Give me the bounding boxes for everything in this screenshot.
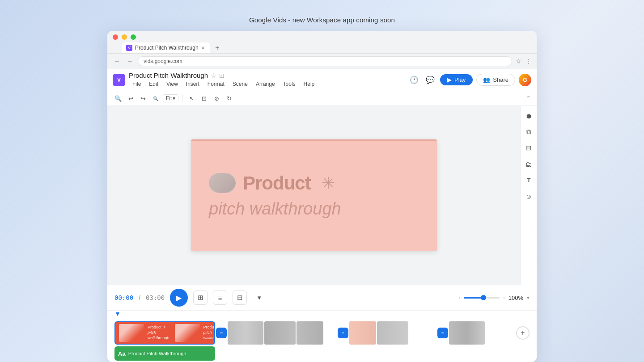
window-minimize-btn[interactable] [122, 34, 127, 40]
menu-arrange[interactable]: Arrange [252, 80, 279, 88]
zoom-percentage: 100% [508, 295, 523, 301]
subtitles-btn[interactable]: ⊟ [523, 142, 535, 154]
undo-btn[interactable]: ↩ [125, 93, 136, 104]
video-seg-5[interactable] [377, 321, 408, 345]
top-label: Google Vids - new Workspace app coming s… [249, 16, 395, 24]
video-segments-group-3 [449, 321, 514, 345]
playhead-arrow: ▼ [114, 311, 121, 317]
right-sidebar: ⏺ ⧉ ⊟ 🗂 T ☺ [521, 106, 537, 285]
timeline-play-btn[interactable]: ▶ [170, 289, 188, 307]
zoom-selector[interactable]: Fit ▾ [163, 94, 178, 102]
text-clip[interactable]: Aa Product Pitch Walkthrough [114, 346, 215, 361]
video-seg-4[interactable] [349, 321, 376, 345]
bookmark-icon[interactable]: ☆ [516, 58, 521, 65]
play-button[interactable]: ▶ Play [440, 74, 473, 85]
window-close-btn[interactable] [113, 34, 118, 40]
scene-icon-1[interactable]: ≡ [216, 328, 227, 338]
timeline-panel: 00:00 / 03:00 ▶ ⊞ ≡ ⊟ ▾ • • 100% [107, 285, 537, 362]
zoom-dropdown-arrow[interactable]: ▾ [527, 295, 530, 301]
menu-insert[interactable]: Insert [182, 80, 203, 88]
menu-tools[interactable]: Tools [280, 80, 299, 88]
menu-scene[interactable]: Scene [229, 80, 251, 88]
toolbar-collapse-btn[interactable]: ⌃ [525, 94, 531, 103]
slide-top-row: Product ✳ [209, 173, 341, 194]
new-tab-btn[interactable]: + [212, 42, 223, 53]
clip1-thumbnail [119, 324, 144, 342]
tab-label: Product Pitch Walkthrough [135, 45, 199, 51]
text-btn[interactable]: T [523, 174, 535, 186]
more-icon[interactable]: ⋮ [525, 58, 531, 65]
forward-btn[interactable]: → [125, 58, 134, 65]
current-time-display: 00:00 [114, 294, 133, 301]
menu-help[interactable]: Help [300, 80, 318, 88]
emoji-btn[interactable]: ☺ [523, 190, 535, 202]
video-seg-1[interactable] [228, 321, 263, 345]
add-clip-btn[interactable]: + [516, 326, 530, 340]
timeline-more-btn[interactable]: ▾ [252, 290, 267, 305]
clone-btn[interactable]: ⧉ [523, 126, 535, 138]
history-btn[interactable]: 🕐 [408, 74, 420, 86]
comments-btn[interactable]: 💬 [424, 74, 436, 86]
zoom-min-dot: • [459, 295, 461, 300]
timeline-controls-right: • • 100% ▾ [459, 295, 530, 301]
menu-edit[interactable]: Edit [145, 80, 162, 88]
user-avatar[interactable]: G [519, 74, 531, 86]
timeline-tracks: Product ✳ pitch walkthrough Product ✳ pi… [107, 318, 537, 362]
zoom-out-tool[interactable]: 🔍 [150, 93, 161, 104]
browser-window: V Product Pitch Walkthrough × + ← → vids… [107, 31, 537, 362]
app-menubar-right: 🕐 💬 ▶ Play 👥 Share G [408, 74, 531, 86]
address-bar[interactable]: vids.google.com [138, 56, 512, 66]
window-maximize-btn[interactable] [131, 34, 136, 40]
app-title-area: Product Pitch Walkthrough ☆ ⊡ File Edit … [129, 72, 318, 88]
menu-view[interactable]: View [163, 80, 182, 88]
clip2-text: Product ✳ pitch walkthrough [203, 325, 215, 341]
scene-separator-1: ≡ [215, 321, 228, 345]
timeline-layout-btn[interactable]: ⊟ [233, 290, 247, 305]
canvas-area: Product ✳ pitch walkthrough [107, 106, 521, 285]
scene-icon-2[interactable]: ≡ [338, 328, 348, 338]
clip2-title-line2: pitch walkthrough [203, 330, 215, 341]
clip2-title-line1: Product ✳ [203, 325, 215, 330]
scene1-clip1[interactable]: Product ✳ pitch walkthrough Product ✳ pi… [114, 321, 215, 345]
eraser-tool[interactable]: ⊘ [211, 93, 222, 104]
menu-items: File Edit View Insert Format Scene Arran… [129, 80, 318, 88]
back-btn[interactable]: ← [113, 58, 122, 65]
zoom-dropdown-icon: ▾ [173, 95, 175, 101]
browser-tabs-bar: V Product Pitch Walkthrough × + [113, 42, 531, 53]
address-text: vids.google.com [144, 58, 182, 64]
slide-canvas: Product ✳ pitch walkthrough [191, 139, 437, 251]
video-seg-2[interactable] [264, 321, 296, 345]
clip1-title-line2: pitch walkthrough [148, 330, 169, 341]
redo-tool[interactable]: ↻ [224, 93, 234, 104]
slide-content: Product ✳ pitch walkthrough [209, 173, 341, 219]
zoom-slider-thumb[interactable] [481, 295, 486, 300]
pointer-tool[interactable]: ↖ [186, 93, 197, 104]
video-segments-group-2 [349, 321, 436, 345]
folder-btn[interactable]: 🗂 [523, 158, 535, 170]
active-browser-tab[interactable]: V Product Pitch Walkthrough × [122, 42, 210, 53]
record-btn[interactable]: ⏺ [523, 109, 535, 122]
tab-close-btn[interactable]: × [201, 45, 205, 51]
timeline-grid-btn[interactable]: ⊞ [193, 290, 208, 305]
zoom-slider[interactable] [464, 297, 500, 299]
picture-icon[interactable]: ⊡ [219, 72, 225, 79]
time-separator: / [139, 294, 140, 301]
scene-icon-3[interactable]: ≡ [437, 328, 448, 338]
crop-tool[interactable]: ⊡ [199, 93, 209, 104]
zoom-in-tool[interactable]: 🔍 [113, 93, 123, 104]
share-button[interactable]: 👥 Share [476, 74, 515, 86]
video-seg-3[interactable] [297, 321, 323, 345]
app-container: V Product Pitch Walkthrough ☆ ⊡ File Edi… [107, 69, 537, 362]
menu-file[interactable]: File [129, 80, 144, 88]
share-icon: 👥 [483, 76, 490, 83]
timeline-lines-btn[interactable]: ≡ [213, 290, 227, 305]
slide-asterisk: ✳ [322, 174, 335, 193]
app-title-row: Product Pitch Walkthrough ☆ ⊡ [129, 72, 318, 79]
browser-controls [113, 34, 531, 40]
menu-format[interactable]: Format [204, 80, 228, 88]
redo-btn[interactable]: ↪ [138, 93, 148, 104]
clip1-thumb-inner [119, 324, 144, 342]
star-icon[interactable]: ☆ [211, 72, 216, 79]
text-track-row: Aa Product Pitch Walkthrough [114, 346, 530, 361]
video-seg-6[interactable] [449, 321, 485, 345]
